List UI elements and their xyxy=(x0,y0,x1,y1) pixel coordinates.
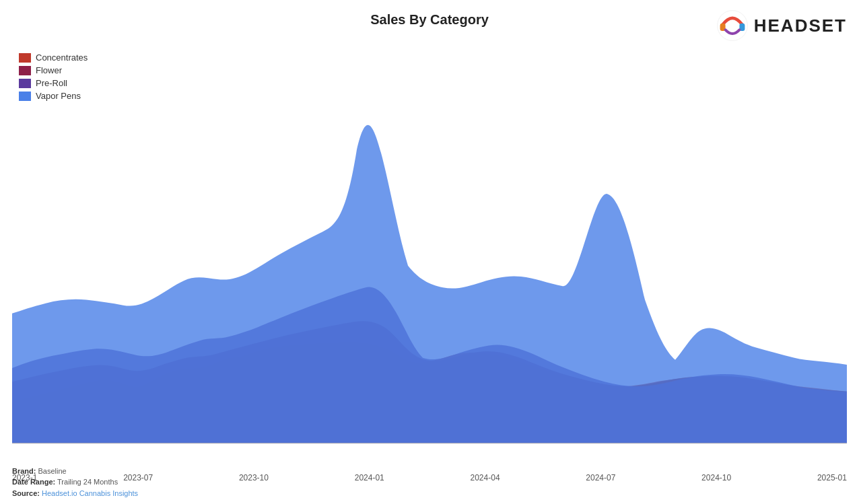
headset-logo: HEADSET xyxy=(716,9,847,42)
source-link[interactable]: Headset.io Cannabis Insights xyxy=(42,489,138,497)
x-label-2: 2023-10 xyxy=(239,473,269,482)
footer-daterange: Date Range: Trailing 24 Months xyxy=(12,476,138,488)
vaporpens-area xyxy=(12,125,847,443)
chart-svg xyxy=(12,47,847,457)
chart-container: Sales By Category HEADSET Concentrates F… xyxy=(0,0,859,504)
brand-value: Baseline xyxy=(38,467,67,475)
headset-logo-icon xyxy=(716,9,749,42)
chart-area xyxy=(12,47,847,457)
date-label: Date Range: xyxy=(12,478,55,486)
x-label-7: 2025-01 xyxy=(817,473,847,482)
headset-logo-text: HEADSET xyxy=(754,15,847,36)
x-label-6: 2024-10 xyxy=(701,473,731,482)
footer-source: Source: Headset.io Cannabis Insights xyxy=(12,488,138,499)
source-label: Source: xyxy=(12,489,40,497)
brand-label: Brand: xyxy=(12,467,36,475)
footer-brand: Brand: Baseline xyxy=(12,466,138,477)
x-label-4: 2024-04 xyxy=(471,473,500,482)
x-label-3: 2024-01 xyxy=(355,473,384,482)
footer-info: Brand: Baseline Date Range: Trailing 24 … xyxy=(12,466,138,499)
date-value: Trailing 24 Months xyxy=(57,478,118,486)
x-label-5: 2024-07 xyxy=(586,473,615,482)
